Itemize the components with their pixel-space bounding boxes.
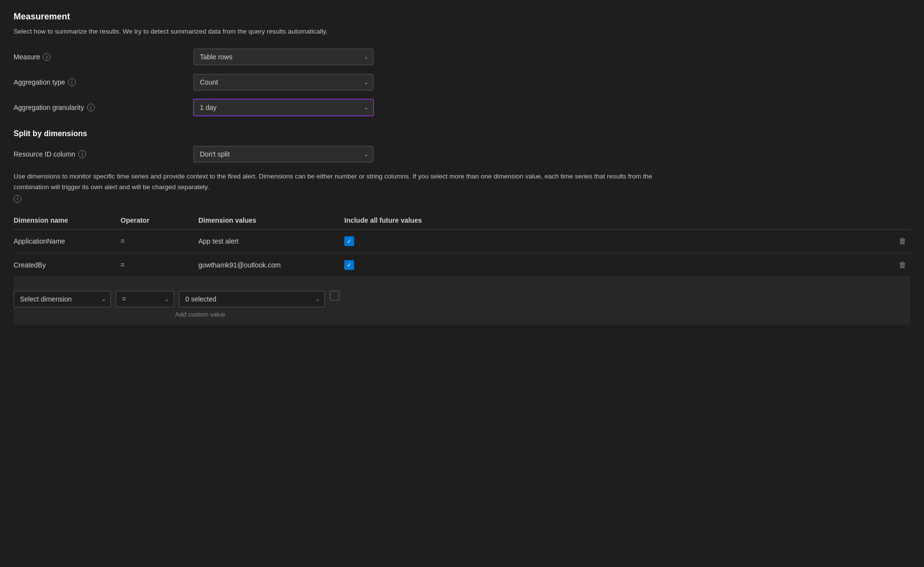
resource-id-row: Resource ID column i Don't split ⌄ [14, 146, 910, 162]
table-header-row: Dimension name Operator Dimension values… [14, 213, 910, 230]
resource-id-label-group: Resource ID column i [14, 150, 194, 158]
col-operator: Operator [121, 213, 198, 230]
add-custom-value-label: Add custom value [175, 308, 225, 318]
dimension-values-cell: App test alert [198, 230, 344, 253]
aggregation-type-label: Aggregation type [14, 78, 65, 86]
aggregation-type-select[interactable]: Count [194, 74, 373, 90]
include-future-cell: ✓ [344, 230, 841, 253]
measure-label: Measure [14, 53, 40, 61]
new-dimension-row: Select dimension ⌄ = ⌄ 0 selected ⌄ [14, 277, 910, 325]
dimension-name-cell: ApplicationName [14, 230, 121, 253]
resource-id-info-icon: i [78, 150, 86, 158]
operator-cell: = [121, 230, 198, 253]
measure-info-icon: i [43, 53, 51, 61]
aggregation-granularity-label-group: Aggregation granularity i [14, 104, 194, 111]
add-custom-wrapper: Add custom value [14, 310, 910, 318]
delete-row-icon-0[interactable]: 🗑 [899, 237, 906, 246]
include-future-checkbox-0[interactable]: ✓ [344, 236, 354, 246]
new-values-select[interactable]: 0 selected [179, 291, 325, 307]
include-future-checkbox-1[interactable]: ✓ [344, 260, 354, 270]
table-row: CreatedBy = gowthamk91@outlook.com ✓ 🗑 [14, 253, 910, 277]
aggregation-type-row: Aggregation type i Count ⌄ [14, 74, 910, 90]
new-operator-select-wrapper: = ⌄ [116, 291, 174, 307]
aggregation-granularity-select[interactable]: 1 day [194, 99, 373, 116]
delete-cell: 🗑 [841, 230, 910, 253]
measure-select-wrapper: Table rows ⌄ [194, 49, 373, 65]
measure-select[interactable]: Table rows [194, 49, 373, 65]
dimensions-table-container: Dimension name Operator Dimension values… [14, 213, 910, 325]
new-dimension-select[interactable]: Select dimension [14, 291, 111, 307]
resource-id-select-wrapper: Don't split ⌄ [194, 146, 373, 162]
resource-id-label: Resource ID column [14, 150, 75, 158]
new-dimension-select-wrapper: Select dimension ⌄ [14, 291, 111, 307]
aggregation-granularity-label: Aggregation granularity [14, 104, 84, 111]
aggregation-type-label-group: Aggregation type i [14, 78, 194, 86]
col-dimension-name: Dimension name [14, 213, 121, 230]
operator-cell: = [121, 253, 198, 277]
aggregation-granularity-info-icon: i [87, 104, 95, 111]
measure-label-group: Measure i [14, 53, 194, 61]
table-row: ApplicationName = App test alert ✓ 🗑 [14, 230, 910, 253]
delete-cell: 🗑 [841, 253, 910, 277]
new-include-future-checkbox[interactable] [330, 291, 339, 301]
aggregation-type-info-icon: i [68, 78, 76, 86]
split-description-info-icon: i [14, 195, 21, 203]
include-future-cell: ✓ [344, 253, 841, 277]
col-actions [841, 213, 910, 230]
col-dimension-values: Dimension values [198, 213, 344, 230]
dimension-values-cell: gowthamk91@outlook.com [198, 253, 344, 277]
measurement-title: Measurement [14, 12, 910, 22]
resource-id-select[interactable]: Don't split [194, 146, 373, 162]
new-values-select-wrapper: 0 selected ⌄ [179, 291, 325, 307]
aggregation-type-select-wrapper: Count ⌄ [194, 74, 373, 90]
dimensions-table: Dimension name Operator Dimension values… [14, 213, 910, 277]
split-title: Split by dimensions [14, 129, 910, 138]
measurement-subtitle: Select how to summarize the results. We … [14, 28, 910, 35]
aggregation-granularity-row: Aggregation granularity i 1 day ⌄ [14, 99, 910, 116]
dimension-name-cell: CreatedBy [14, 253, 121, 277]
new-operator-select[interactable]: = [116, 291, 174, 307]
new-dimension-controls: Select dimension ⌄ = ⌄ 0 selected ⌄ [14, 284, 910, 307]
measure-row: Measure i Table rows ⌄ [14, 49, 910, 65]
col-include-future: Include all future values [344, 213, 841, 230]
split-description: Use dimensions to monitor specific time … [14, 171, 670, 203]
split-section: Split by dimensions Resource ID column i… [14, 129, 910, 325]
aggregation-granularity-select-wrapper: 1 day ⌄ [194, 99, 373, 116]
delete-row-icon-1[interactable]: 🗑 [899, 261, 906, 269]
